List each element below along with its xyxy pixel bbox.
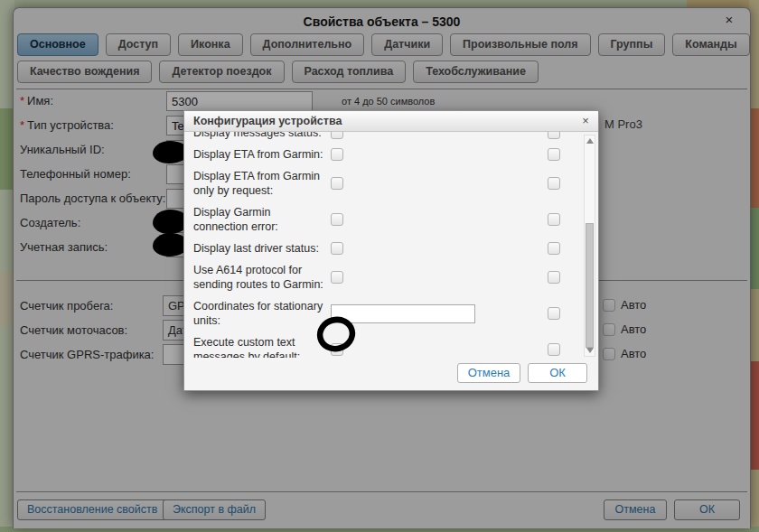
stationary-coordinates-mobile-checkbox[interactable] bbox=[548, 307, 560, 320]
eta-by-request-checkbox[interactable] bbox=[331, 177, 343, 190]
config-dialog-body: Display messages status: Display ETA fro… bbox=[184, 132, 586, 358]
messages-status-checkbox[interactable] bbox=[331, 132, 343, 139]
config-cancel-button[interactable]: Отмена bbox=[457, 363, 520, 383]
config-dialog-title: Конфигурация устройства bbox=[184, 111, 598, 132]
execute-custom-text-checkbox[interactable] bbox=[331, 343, 343, 356]
config-rows: Display messages status: Display ETA fro… bbox=[193, 132, 560, 358]
config-row-last-driver-status: Display last driver status: bbox=[193, 241, 560, 256]
config-ok-button[interactable]: ОК bbox=[528, 363, 587, 383]
close-icon[interactable]: × bbox=[578, 114, 593, 128]
config-dialog-header: Конфигурация устройства × bbox=[184, 111, 598, 132]
scroll-down-icon[interactable] bbox=[585, 346, 595, 355]
config-row-a614-protocol: Use A614 protocol for sending routes to … bbox=[193, 263, 560, 292]
last-driver-status-mobile-checkbox[interactable] bbox=[548, 242, 560, 255]
config-row-eta-by-request: Display ETA from Garmin only by request: bbox=[193, 169, 560, 198]
connection-error-mobile-checkbox[interactable] bbox=[548, 213, 560, 226]
last-driver-status-checkbox[interactable] bbox=[331, 242, 343, 255]
eta-by-request-mobile-checkbox[interactable] bbox=[548, 177, 560, 190]
config-dialog-footer: Отмена ОК bbox=[457, 363, 587, 383]
eta-garmin-mobile-checkbox[interactable] bbox=[548, 148, 560, 161]
config-row-label: Coordinates for stationary units: bbox=[193, 299, 331, 328]
scroll-up-icon[interactable] bbox=[585, 136, 595, 145]
config-scrollbar[interactable] bbox=[584, 135, 595, 357]
config-row-eta-garmin: Display ETA from Garmin: bbox=[193, 147, 560, 162]
config-row-label: Display messages status: bbox=[193, 132, 331, 140]
config-row-stationary-coordinates: Coordinates for stationary units: bbox=[193, 299, 560, 328]
scrollbar-thumb[interactable] bbox=[586, 223, 594, 348]
a614-protocol-mobile-checkbox[interactable] bbox=[548, 271, 560, 284]
stationary-coordinates-input[interactable] bbox=[331, 304, 475, 323]
config-row-label: Display last driver status: bbox=[193, 241, 331, 256]
config-row-execute-custom-text: Execute custom text messages by default: bbox=[193, 335, 560, 358]
config-row-label: Use A614 protocol for sending routes to … bbox=[193, 263, 331, 292]
config-row-label: Display ETA from Garmin only by request: bbox=[193, 169, 331, 198]
execute-custom-text-mobile-checkbox[interactable] bbox=[548, 343, 560, 356]
messages-status-mobile-checkbox[interactable] bbox=[548, 132, 560, 139]
a614-protocol-checkbox[interactable] bbox=[331, 271, 343, 284]
config-row-label: Display Garmin connection error: bbox=[193, 205, 331, 234]
connection-error-checkbox[interactable] bbox=[331, 213, 343, 226]
config-row-label: Execute custom text messages by default: bbox=[193, 335, 331, 358]
config-row-messages-status: Display messages status: bbox=[193, 132, 560, 140]
config-row-label: Display ETA from Garmin: bbox=[193, 147, 331, 162]
device-configuration-dialog: Конфигурация устройства × Display messag… bbox=[183, 110, 599, 391]
config-row-connection-error: Display Garmin connection error: bbox=[193, 205, 560, 234]
eta-garmin-checkbox[interactable] bbox=[331, 148, 343, 161]
